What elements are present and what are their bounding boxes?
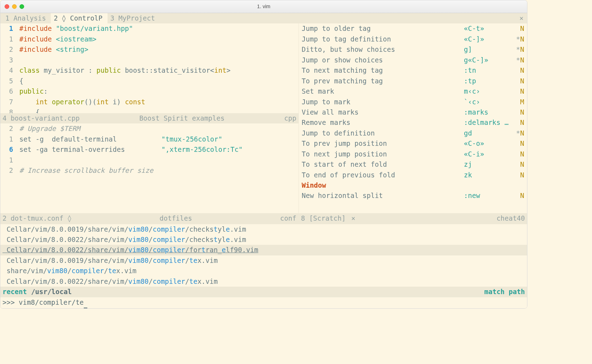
cheat-row: Remove marks:delmarks …N [299, 117, 527, 128]
pane-tmux[interactable]: 2 # Upgrade $TERM 1 set -g default-termi… [0, 123, 298, 213]
ctrlp-result[interactable]: Cellar/vim/8.0.0019/share/vim/vim80/comp… [0, 224, 527, 235]
ctrlp-mode-recent[interactable]: recent [2, 287, 27, 297]
ctrlp-prompt[interactable]: >>> vim8/compiler/te [0, 297, 527, 308]
cheat-close-icon[interactable]: × [351, 213, 355, 224]
statusline-tmux: 2 dot-tmux.conf ◊ dotfiles conf [0, 213, 298, 224]
cheat-row: Jump to mark`‹c›M [299, 97, 527, 107]
window: 1. vim 1 Analysis 2 ◊ ControlP 3 MyProje… [0, 0, 527, 309]
ctrlp-result[interactable]: share/vim/vim80/compiler/tex.vim [0, 266, 527, 276]
cheat-row: To next matching tag:tnN [299, 65, 527, 76]
cheat-row: Jump to older tag«C-t»N [299, 23, 527, 34]
ctrlp-result[interactable]: Cellar/vim/8.0.0022/share/vim/vim80/comp… [0, 276, 527, 287]
ctrlp-cwd: /usr/local [31, 287, 72, 297]
ctrlp-result[interactable]: Cellar/vim/8.0.0019/share/vim/vim80/comp… [0, 255, 527, 266]
split: 1 #include "boost/variant.hpp" 1 #includ… [0, 23, 527, 224]
pane-cpp[interactable]: 1 #include "boost/variant.hpp" 1 #includ… [0, 23, 298, 113]
cheat-row: Ditto, but show choicesg]*N [299, 44, 527, 55]
tab-controlp[interactable]: 2 ◊ ControlP [51, 13, 107, 23]
ctrlp-result[interactable]: Cellar/vim/8.0.0022/share/vim/vim80/comp… [0, 245, 527, 255]
cheat-row: Jump to tag definition«C-]»*N [299, 34, 527, 44]
cheat-row: New horizontal split:newN [299, 191, 527, 201]
cheat-row: Jump or show choicesg«C-]»*N [299, 55, 527, 65]
tab-myproject[interactable]: 3 MyProject [108, 13, 160, 23]
ctrlp-match-mode[interactable]: match path [484, 287, 525, 297]
cheat-row: To end of previous foldzkN [299, 170, 527, 180]
main: 1 #include "boost/variant.hpp" 1 #includ… [0, 23, 527, 308]
cheat-section-header: Window [299, 180, 527, 191]
tabline: 1 Analysis 2 ◊ ControlP 3 MyProject × [0, 13, 527, 23]
left-column: 1 #include "boost/variant.hpp" 1 #includ… [0, 23, 298, 224]
statusline-cpp: 4 boost-variant.cpp Boost Spirit example… [0, 113, 298, 123]
ctrlp-result[interactable]: Cellar/vim/8.0.0022/share/vim/vim80/comp… [0, 235, 527, 245]
ctrlp: Cellar/vim/8.0.0019/share/vim/vim80/comp… [0, 224, 527, 309]
cheat-row: To prev jump position«C-o»N [299, 138, 527, 149]
cheat-row: Set markm‹c›N [299, 86, 527, 96]
statusline-cheat: 8 [Scratch] × cheat40 [299, 213, 527, 224]
tab-close-icon[interactable]: × [520, 13, 524, 23]
cheat-row: View all marks:marksN [299, 107, 527, 117]
tab-analysis[interactable]: 1 Analysis [2, 13, 51, 23]
cheat-row: Jump to definitiongd*N [299, 128, 527, 138]
cursor-icon [84, 297, 87, 308]
cheat-row: To next jump position«C-i»N [299, 149, 527, 159]
ctrlp-status: recent /usr/local match path [0, 287, 527, 297]
window-title: 1. vim [0, 3, 527, 11]
cheat-row: To start of next foldzjN [299, 159, 527, 170]
cheat-pane[interactable]: Jump to older tag«C-t»NJump to tag defin… [298, 23, 527, 224]
cheat-row: To prev matching tag:tpN [299, 76, 527, 86]
titlebar: 1. vim [0, 0, 527, 13]
